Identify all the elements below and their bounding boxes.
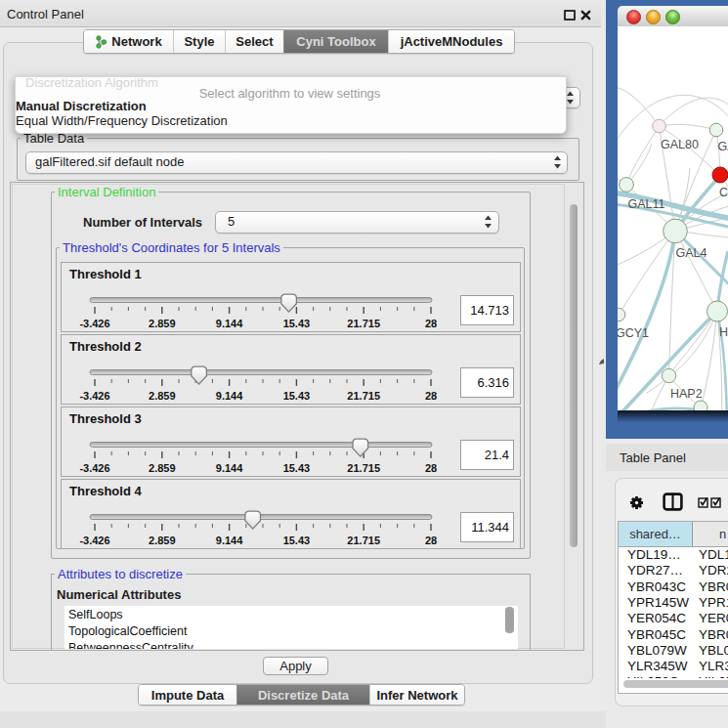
svg-text:-3.426: -3.426	[79, 535, 109, 546]
svg-text:21.715: 21.715	[347, 390, 380, 402]
svg-text:9.144: 9.144	[216, 390, 243, 402]
svg-text:-3.426: -3.426	[79, 390, 109, 402]
svg-text:H: H	[719, 325, 728, 339]
svg-text:GAL80: GAL80	[661, 138, 699, 151]
svg-text:15.43: 15.43	[283, 462, 311, 474]
svg-text:2.859: 2.859	[149, 535, 176, 546]
svg-text:-3.426: -3.426	[79, 462, 109, 474]
svg-text:28: 28	[425, 535, 437, 546]
svg-text:9.144: 9.144	[216, 535, 243, 546]
svg-text:15.43: 15.43	[283, 535, 311, 546]
svg-text:28: 28	[425, 318, 437, 329]
svg-text:28: 28	[425, 462, 437, 474]
svg-text:21.715: 21.715	[347, 318, 380, 329]
svg-text:GCY1: GCY1	[618, 326, 649, 340]
svg-text:9.144: 9.144	[216, 318, 243, 329]
svg-text:2.859: 2.859	[149, 462, 176, 474]
svg-text:21.715: 21.715	[347, 462, 380, 474]
svg-text:HAP2: HAP2	[670, 387, 703, 401]
svg-text:28: 28	[425, 390, 437, 402]
svg-text:2.859: 2.859	[149, 390, 176, 402]
svg-text:9.144: 9.144	[216, 462, 243, 474]
svg-text:C: C	[719, 186, 728, 199]
svg-text:21.715: 21.715	[347, 535, 380, 546]
svg-text:-3.426: -3.426	[79, 318, 109, 329]
svg-text:15.43: 15.43	[283, 318, 311, 329]
svg-text:2.859: 2.859	[149, 318, 176, 329]
svg-text:GAL11: GAL11	[628, 197, 665, 211]
svg-text:GA: GA	[718, 140, 728, 153]
svg-text:15.43: 15.43	[283, 390, 311, 402]
svg-text:GAL4: GAL4	[676, 246, 707, 260]
